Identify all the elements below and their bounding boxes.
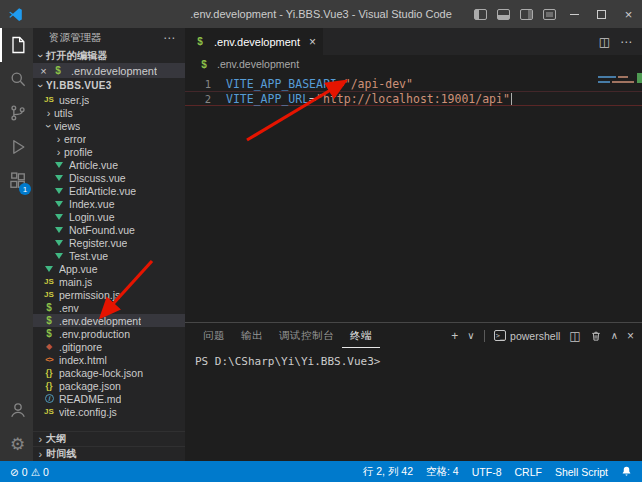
tab-env-development[interactable]: $ .env.development ×	[185, 28, 323, 55]
file-name: profile	[64, 146, 93, 158]
tree-item-.env.development[interactable]: $.env.development	[33, 314, 185, 327]
project-root-section[interactable]: › YI.BBS.VUE3	[33, 78, 185, 93]
panel-tab-输出[interactable]: 输出	[233, 323, 271, 348]
close-icon[interactable]: ×	[309, 35, 316, 49]
tree-item-user.js[interactable]: JSuser.js	[33, 93, 185, 106]
shell-icon: $	[194, 36, 206, 47]
chevron-down-icon[interactable]: ∨	[467, 330, 474, 341]
maximize-button[interactable]	[588, 0, 615, 28]
encoding[interactable]: UTF-8	[472, 466, 502, 478]
tree-item-README.md[interactable]: iREADME.md	[33, 392, 185, 405]
tree-item-main.js[interactable]: JSmain.js	[33, 275, 185, 288]
project-root-label: YI.BBS.VUE3	[46, 80, 112, 91]
terminal-prompt: PS D:\CSharp\Yi\Yi.BBS.Vue3>	[195, 355, 380, 368]
timeline-section[interactable]: › 时间线	[33, 446, 185, 461]
vscode-logo-icon[interactable]	[8, 7, 23, 22]
breadcrumb[interactable]: $ .env.development	[185, 55, 642, 73]
tree-item-profile[interactable]: ›profile	[33, 145, 185, 158]
tree-item-Article.vue[interactable]: Article.vue	[33, 158, 185, 171]
breadcrumb-file: .env.development	[217, 58, 299, 70]
panel-tab-问题[interactable]: 问题	[195, 323, 233, 348]
chevron-right-icon: ›	[35, 448, 46, 460]
code-line-1[interactable]: 1VITE_APP_BASEAPI="/api-dev"	[185, 76, 642, 91]
js-icon: JS	[43, 277, 55, 286]
tree-item-utils[interactable]: ›utils	[33, 106, 185, 119]
editor-actions: ◫ ⋯	[599, 28, 642, 55]
vue-icon	[53, 214, 65, 220]
toggle-panel-icon[interactable]	[497, 9, 510, 20]
open-editor-item[interactable]: × $ .env.development	[33, 63, 185, 78]
more-actions-icon[interactable]: ⋯	[620, 35, 632, 49]
minimap[interactable]	[594, 73, 642, 322]
kill-terminal-icon[interactable]	[590, 330, 602, 342]
cursor-position[interactable]: 行 2, 列 42	[363, 465, 413, 479]
terminal-shell-select[interactable]: >_ powershell	[494, 330, 561, 342]
activity-bar: 1 ⚙	[0, 28, 33, 461]
vue-icon	[53, 201, 65, 207]
tree-item-Discuss.vue[interactable]: Discuss.vue	[33, 171, 185, 184]
tree-item-EditArticle.vue[interactable]: EditArticle.vue	[33, 184, 185, 197]
titlebar: .env.development - Yi.BBS.Vue3 - Visual …	[0, 0, 642, 28]
code-editor[interactable]: 1VITE_APP_BASEAPI="/api-dev"2VITE_APP_UR…	[185, 73, 642, 322]
tree-item-.gitignore[interactable]: ◆.gitignore	[33, 340, 185, 353]
text-cursor	[511, 93, 512, 105]
account-icon[interactable]	[0, 393, 33, 427]
close-icon[interactable]: ×	[38, 65, 49, 77]
tree-item-permission.js[interactable]: JSpermission.js	[33, 288, 185, 301]
toggle-secondary-sidebar-icon[interactable]	[520, 9, 533, 20]
tree-item-error[interactable]: ›error	[33, 132, 185, 145]
tree-item-package-lock.json[interactable]: {}package-lock.json	[33, 366, 185, 379]
file-name: .env.development	[59, 315, 141, 327]
js-icon: JS	[43, 95, 55, 104]
minimize-button[interactable]	[561, 0, 588, 28]
vue-icon	[43, 266, 55, 272]
tree-item-index.html[interactable]: <>index.html	[33, 353, 185, 366]
panel-tab-终端[interactable]: 终端	[342, 323, 380, 348]
tree-item-Test.vue[interactable]: Test.vue	[33, 249, 185, 262]
split-terminal-icon[interactable]: ◫	[569, 329, 580, 343]
code-lines: 1VITE_APP_BASEAPI="/api-dev"2VITE_APP_UR…	[185, 76, 642, 106]
vue-icon	[53, 162, 65, 168]
panel-tab-调试控制台[interactable]: 调试控制台	[271, 323, 342, 348]
tree-item-.env[interactable]: $.env	[33, 301, 185, 314]
tree-item-Index.vue[interactable]: Index.vue	[33, 197, 185, 210]
close-button[interactable]: ×	[615, 0, 642, 28]
tree-item-package.json[interactable]: {}package.json	[33, 379, 185, 392]
outline-section[interactable]: › 大纲	[33, 431, 185, 446]
tree-item-Register.vue[interactable]: Register.vue	[33, 236, 185, 249]
minimap-line	[598, 76, 636, 78]
tree-item-Login.vue[interactable]: Login.vue	[33, 210, 185, 223]
terminal[interactable]: PS D:\CSharp\Yi\Yi.BBS.Vue3>	[185, 348, 642, 368]
chevron-right-icon: ›	[35, 433, 46, 445]
search-icon[interactable]	[0, 62, 33, 96]
extensions-icon[interactable]: 1	[0, 164, 33, 198]
editor-group: $ .env.development × ◫ ⋯ $ .env.developm…	[185, 28, 642, 461]
problems-status[interactable]: ⊘ 0 ⚠ 0	[10, 466, 49, 478]
file-name: Register.vue	[69, 237, 127, 249]
open-editors-section[interactable]: › 打开的编辑器	[33, 48, 185, 63]
more-actions-icon[interactable]: ⋯	[163, 31, 175, 45]
notifications-bell-icon[interactable]	[621, 466, 632, 477]
new-terminal-icon[interactable]: +	[451, 329, 458, 343]
eol-selector[interactable]: CRLF	[514, 466, 541, 478]
tree-item-.env.production[interactable]: $.env.production	[33, 327, 185, 340]
readme-info-icon: i	[45, 394, 54, 403]
editor-tabbar: $ .env.development × ◫ ⋯	[185, 28, 642, 55]
code-line-2[interactable]: 2VITE_APP_URL="http://localhost:19001/ap…	[185, 91, 642, 106]
split-editor-icon[interactable]: ◫	[599, 35, 610, 49]
tree-item-App.vue[interactable]: App.vue	[33, 262, 185, 275]
settings-gear-icon[interactable]: ⚙	[0, 427, 33, 461]
customize-layout-icon[interactable]	[543, 9, 556, 20]
language-mode[interactable]: Shell Script	[555, 466, 608, 478]
maximize-panel-icon[interactable]: ∧	[611, 330, 618, 341]
indentation[interactable]: 空格: 4	[426, 465, 459, 479]
source-control-icon[interactable]	[0, 96, 33, 130]
run-debug-icon[interactable]	[0, 130, 33, 164]
toggle-sidebar-icon[interactable]	[474, 9, 487, 20]
close-panel-icon[interactable]: ×	[627, 329, 634, 343]
tree-item-vite.config.js[interactable]: JSvite.config.js	[33, 405, 185, 418]
tree-item-views[interactable]: ›views	[33, 119, 185, 132]
tree-item-NotFound.vue[interactable]: NotFound.vue	[33, 223, 185, 236]
json-icon: {}	[43, 381, 55, 391]
explorer-icon[interactable]	[0, 28, 33, 62]
